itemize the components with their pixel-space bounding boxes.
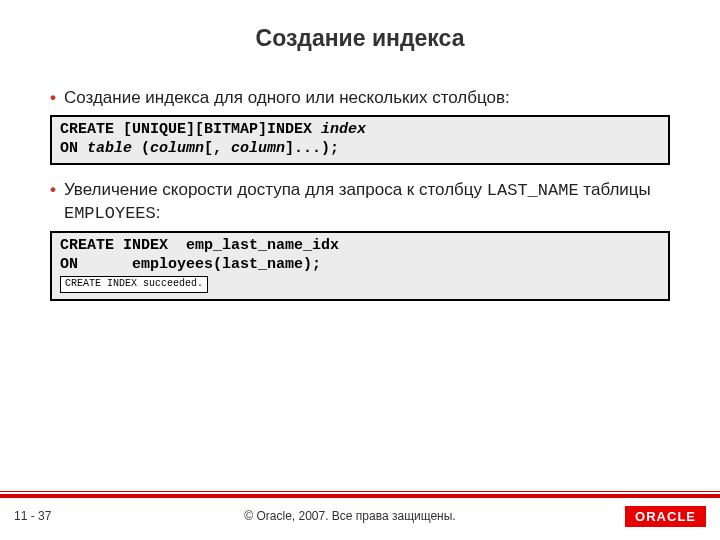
code2-l1: CREATE INDEX emp_last_name_idx (60, 237, 339, 254)
code1-l2b: table (87, 140, 132, 157)
bullet-2-c1: LAST_NAME (487, 181, 579, 200)
code1-l2e: [, (204, 140, 231, 157)
copyright-text: © Oracle, 2007. Все права защищены. (94, 509, 606, 523)
code1-l2g: ]...); (285, 140, 339, 157)
code1-l1a: CREATE [UNIQUE][BITMAP]INDEX (60, 121, 321, 138)
code-syntax-box: CREATE [UNIQUE][BITMAP]INDEX index ON ta… (50, 115, 670, 165)
logo-container: ORACLE (606, 506, 706, 527)
code1-l2d: column (150, 140, 204, 157)
bullet-1-text: Создание индекса для одного или нескольк… (64, 87, 510, 109)
code-example-box: CREATE INDEX emp_last_name_idx ON employ… (50, 231, 670, 301)
bullet-2: • Увеличение скорости доступа для запрос… (50, 179, 670, 225)
bullet-2-t3: : (156, 203, 161, 222)
bullet-2-text: Увеличение скорости доступа для запроса … (64, 179, 670, 225)
page-number: 11 - 37 (14, 509, 94, 523)
bullet-2-t1: Увеличение скорости доступа для запроса … (64, 180, 487, 199)
footer-content: 11 - 37 © Oracle, 2007. Все права защище… (0, 498, 720, 540)
bullet-dot-icon: • (50, 179, 56, 201)
slide: Создание индекса • Создание индекса для … (0, 0, 720, 540)
footer-thin-line (0, 491, 720, 492)
footer: 11 - 37 © Oracle, 2007. Все права защище… (0, 494, 720, 540)
bullet-1: • Создание индекса для одного или нескол… (50, 87, 670, 109)
bullet-2-t2: таблицы (579, 180, 651, 199)
code2-l2: ON employees(last_name); (60, 256, 321, 273)
code1-l1b: index (321, 121, 366, 138)
slide-title: Создание индекса (50, 25, 670, 52)
code1-l2c: ( (132, 140, 150, 157)
bullet-2-c2: EMPLOYEES (64, 204, 156, 223)
oracle-logo: ORACLE (625, 506, 706, 527)
code-result-box: CREATE INDEX succeeded. (60, 276, 208, 293)
bullet-dot-icon: • (50, 87, 56, 109)
code1-l2a: ON (60, 140, 87, 157)
code1-l2f: column (231, 140, 285, 157)
